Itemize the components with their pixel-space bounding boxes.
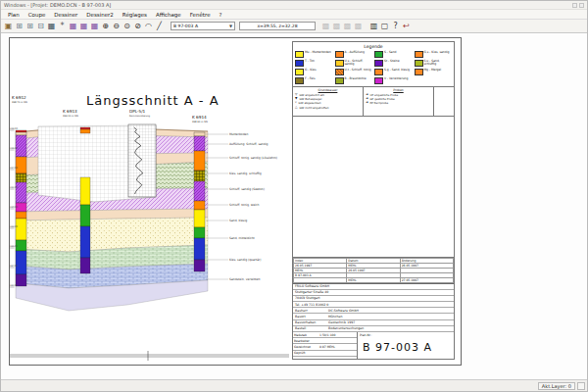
legend-label: T - Ton — [305, 60, 315, 63]
menu-item-coupe[interactable]: Coupe — [28, 12, 46, 18]
meta-value: 8.97 MEHL — [319, 345, 335, 349]
menu-item-fen-tre[interactable]: Fenêtre — [190, 12, 211, 18]
symbol-item: ◄KP Kernprobe — [366, 101, 431, 105]
plan-number: B 97-003 A — [363, 341, 432, 354]
dpl-label: DPL-5/1 — [129, 109, 146, 114]
legend-entry: G - Kies — [295, 69, 333, 75]
arc-icon[interactable]: ◠ — [143, 21, 154, 31]
svg-text:386.00: 386.00 — [10, 245, 19, 248]
revision-cell: 27.05.1997 — [400, 277, 453, 282]
toolbar-disabled-group: ▩▩▩▩ — [320, 21, 364, 31]
print-preview-icon[interactable]: ▢ — [379, 21, 390, 31]
borehole-selector[interactable]: B 97-003 A ▼ — [171, 22, 235, 30]
legend-label: St - Steine — [384, 60, 400, 63]
title-block: IndexDatumÄnderung26.05.1997MEHL26.05.19… — [293, 257, 454, 360]
project-value: Bodenuntersuchungen — [328, 326, 364, 330]
profile-grid-2-icon[interactable]: ▦ — [78, 21, 89, 31]
project-label: Bauort — [295, 315, 328, 318]
legend-swatch — [295, 51, 304, 58]
borehole-selector-value: B 97-003 A — [173, 23, 198, 29]
legend-label: A - Auffüllung — [345, 51, 365, 54]
legend-entry: S,g - Sand, kiesig — [374, 69, 413, 75]
legend-entry: V - Verwitterung — [374, 77, 413, 84]
legend-entry: S - Sand — [374, 51, 413, 58]
dpl-sounding-chart: DPL-5/1Rammsondierung — [128, 109, 156, 197]
symbol-group-header: Grundwasser — [295, 88, 361, 92]
legend-swatch — [335, 60, 344, 67]
legend-label: B - Braunkohle — [345, 77, 367, 80]
paste-icon[interactable]: ⊟ — [35, 21, 46, 31]
stamp-d-icon: ▩ — [353, 21, 364, 31]
menu-item-plan[interactable]: Plan — [8, 12, 20, 18]
profile-grid-3-icon[interactable]: ▦ — [89, 21, 100, 31]
settings-icon[interactable]: * — [57, 21, 68, 31]
page-fold-line — [10, 351, 289, 361]
strata-label: Sandstein, verwittert — [229, 277, 261, 281]
help-icon[interactable]: ? — [390, 21, 401, 31]
legend-entry: U,t - Schluff, tonig — [335, 69, 373, 75]
drawing-page[interactable]: Längsschnitt A - A DPL-5/1Rammsondierung… — [9, 37, 462, 366]
legend-label: F - Fels — [305, 77, 316, 80]
open-icon[interactable]: ▣ — [3, 21, 14, 31]
menu-item-dessiner2[interactable]: Dessiner2 — [86, 12, 114, 18]
drawing-canvas[interactable]: Längsschnitt A - A DPL-5/1Rammsondierung… — [1, 35, 587, 379]
revision-table: IndexDatumÄnderung26.05.1997MEHL26.05.19… — [293, 258, 454, 283]
legend-swatch — [374, 51, 383, 58]
svg-text:392.00: 392.00 — [10, 186, 19, 189]
maximize-icon[interactable] — [579, 3, 584, 8]
legend-label: S - Sand — [384, 51, 396, 54]
window-controls[interactable] — [572, 3, 584, 8]
minimize-icon[interactable] — [572, 3, 577, 8]
legend-grid: Mu - MutterbodenA - AuffüllungS - SandG,… — [295, 51, 452, 84]
meta-label: Geprüft — [294, 351, 319, 355]
toolbar-right-group: ▥▢?↩ — [368, 21, 412, 31]
strata-label: Mutterboden — [229, 132, 248, 136]
section-title: Längsschnitt A - A — [86, 93, 220, 108]
legend-label: Mu - Mutterboden — [305, 51, 331, 54]
menu-item-r-glages[interactable]: Réglages — [122, 12, 147, 18]
cross-section-svg: Längsschnitt A - A DPL-5/1Rammsondierung… — [10, 87, 294, 367]
menu-bar: PlanCoupeDessinerDessiner2RéglagesAffich… — [1, 10, 587, 20]
groundwater-icon: ◄ — [366, 101, 368, 105]
exit-icon[interactable]: ↩ — [401, 21, 412, 31]
legend-label: U,s - Schluff, sandig — [345, 60, 373, 67]
window-title: Windows - [Projet: DEMO.DCN - B 97-003 A… — [4, 1, 111, 10]
legend-swatch — [335, 51, 344, 58]
legend-entry: St - Steine — [374, 60, 413, 67]
project-value: DC-Software GmbH — [328, 309, 359, 313]
zoom-full-icon[interactable]: ⊙ — [122, 21, 132, 31]
legend-title: Legende — [295, 44, 452, 49]
zoom-in-icon[interactable]: ⊕ — [100, 21, 111, 31]
draw-line-icon[interactable]: ╱ — [154, 21, 165, 31]
toolbar: ▣⊞⊞⊟▦*▦▦▦⊕⊖⊙⊘◠╱ B 97-003 A ▼ x=39.55, z=… — [1, 20, 587, 33]
menu-item-[interactable]: ? — [220, 12, 222, 18]
window-titlebar: Windows - [Projet: DEMO.DCN - B 97-003 A… — [1, 1, 587, 10]
menu-item-dessiner[interactable]: Dessiner — [54, 12, 77, 18]
legend-swatch — [295, 69, 304, 75]
strata-labels: MutterbodenAuffüllung: Schluff, sandigSc… — [206, 132, 277, 281]
resize-grip — [577, 382, 585, 390]
drawing-meta: Maßstab1:50/1:100BearbeiterGezeichnet8.9… — [293, 332, 358, 359]
meta-label: Bearbeiter — [294, 339, 319, 343]
svg-text:394.00: 394.00 — [10, 167, 19, 170]
copy-page-icon[interactable]: ⊞ — [24, 21, 35, 31]
legend-swatch — [374, 77, 383, 84]
legend-entry: A - Auffüllung — [335, 51, 373, 58]
legend-label: G - Kies — [305, 69, 317, 72]
legend-swatch — [415, 51, 423, 58]
print-icon[interactable]: ▥ — [368, 21, 379, 31]
revision-cell — [294, 277, 347, 282]
menu-item-affichage[interactable]: Affichage — [156, 12, 181, 18]
application-window: Windows - [Projet: DEMO.DCN - B 97-003 A… — [0, 0, 588, 392]
meta-label: Gezeichnet — [294, 345, 319, 349]
save-icon[interactable]: ▦ — [46, 21, 57, 31]
zoom-out-icon[interactable]: ⊖ — [111, 21, 122, 31]
svg-text:Rammsondierung: Rammsondierung — [129, 115, 151, 118]
strata-label: Schluff, tonig, sandig (Lösslehm) — [229, 156, 277, 160]
profile-grid-1-icon[interactable]: ▦ — [68, 21, 78, 31]
zoom-window-icon[interactable]: ⊘ — [132, 21, 143, 31]
copy-icon[interactable]: ⊞ — [14, 21, 24, 31]
stamp-a-icon: ▩ — [320, 21, 331, 31]
svg-text:388.00: 388.00 — [10, 225, 19, 228]
symbol-legend: Grundwasser▽GW angebohrt am▼GW Ruhespieg… — [293, 87, 454, 117]
